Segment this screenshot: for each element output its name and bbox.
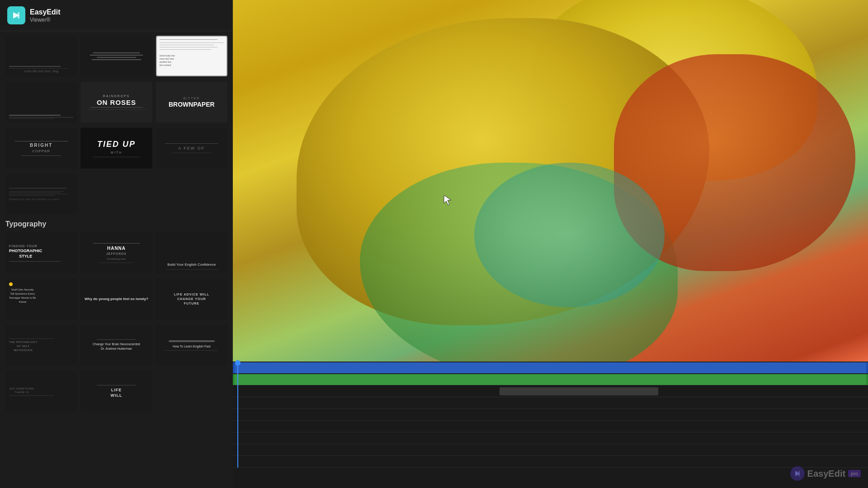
svg-rect-1 xyxy=(18,12,19,19)
typography-grid-1: FINDING YOUR PHOTOGRAPHICSTYLE HANNA JEF… xyxy=(5,233,227,273)
playhead-head xyxy=(235,360,241,366)
template-card-roses[interactable]: RAINDROPS ON ROSES xyxy=(80,82,152,122)
audio-bar xyxy=(233,374,868,385)
typo-card-hanna[interactable]: HANNA JEFFORDS Something here xyxy=(80,233,152,273)
typo-card-bottom1[interactable]: JAN SOMETHINGTHERE IS xyxy=(5,371,77,412)
playhead-line xyxy=(237,362,238,468)
timeline-empty-track-4[interactable] xyxy=(233,421,868,432)
template-card-para[interactable]: Paintings do walls and windows on choice xyxy=(5,174,77,215)
timeline-empty-track-7[interactable] xyxy=(233,456,868,468)
template-card-afew[interactable]: A FEW OF xyxy=(156,128,227,169)
app-logo-icon xyxy=(7,6,25,24)
timeline-empty-track-1[interactable] xyxy=(233,385,868,397)
templates-grid-3: BRIGHT COPPER TIEd UP WITH A FEW OF xyxy=(5,128,227,169)
typo-card-stuff[interactable]: Stuff Girls SecretlyTell Questions Every… xyxy=(5,279,77,319)
timeline-tracks xyxy=(233,362,868,468)
typo-card-bottom2[interactable]: LIFE WILL xyxy=(80,371,152,412)
empty-slot xyxy=(80,174,152,215)
typo-card-howlearn[interactable]: How To Learn English Fast xyxy=(156,325,227,366)
template-card-brown[interactable]: BITTER BROWNPAPER xyxy=(156,82,227,122)
timeline-area: EasyEdit pro xyxy=(233,361,868,488)
svg-rect-3 xyxy=(798,471,800,476)
right-panel: EasyEdit pro xyxy=(233,0,868,488)
typography-grid-3: THE PSYCHOLOGYOF SELFMOTIVATION Change Y… xyxy=(5,325,227,366)
section-typography-title: Typography xyxy=(5,220,227,228)
app-logo-text: EasyEdit Viewer® xyxy=(30,8,61,23)
timeline-empty-track-3[interactable] xyxy=(233,409,868,421)
timeline-audio-track[interactable] xyxy=(233,374,868,385)
empty-slot xyxy=(156,174,227,215)
overlay-bar xyxy=(500,387,658,395)
watermark-pro-badge: pro xyxy=(848,470,861,477)
typo-card-finding[interactable]: FINDING YOUR PHOTOGRAPHICSTYLE xyxy=(5,233,77,273)
timeline-empty-track-5[interactable] xyxy=(233,432,868,444)
shape-teal xyxy=(474,163,665,307)
app-name: EasyEdit xyxy=(30,8,61,16)
timeline-video-track[interactable] xyxy=(233,362,868,374)
app-header: EasyEdit Viewer® xyxy=(0,0,233,31)
template-card-bright[interactable]: BRIGHT COPPER xyxy=(5,128,77,169)
empty-slot xyxy=(156,371,227,412)
timeline-empty-track-6[interactable] xyxy=(233,444,868,456)
typo-card-psych[interactable]: THE PSYCHOLOGYOF SELFMOTIVATION xyxy=(5,325,77,366)
template-card[interactable] xyxy=(80,36,152,76)
preview-area xyxy=(233,0,868,361)
typo-card-brain[interactable]: Change Your Brain NeuroscientistDr. Andr… xyxy=(80,325,152,366)
template-card-tied[interactable]: TIEd UP WITH xyxy=(80,128,152,169)
video-bar xyxy=(233,362,868,373)
watermark-text: EasyEdit xyxy=(807,469,845,479)
templates-grid-top: some title text here. #tag xyxy=(5,36,227,76)
typo-card-why[interactable]: Why do young people feel so lonely? xyxy=(80,279,152,319)
typography-grid-4: JAN SOMETHINGTHERE IS LIFE WILL xyxy=(5,371,227,412)
templates-grid-2: RAINDROPS ON ROSES BITTER BROWNPAPER xyxy=(5,82,227,122)
typo-card-life[interactable]: LIFE ADVICE WILLCHANGE YOURFUTURE xyxy=(156,279,227,319)
watermark: EasyEdit pro xyxy=(790,466,861,481)
templates-grid-4: Paintings do walls and windows on choice xyxy=(5,174,227,215)
typo-card-english[interactable]: Build Your English Confidence xyxy=(156,233,227,273)
left-panel: EasyEdit Viewer® some title text here. #… xyxy=(0,0,233,488)
template-card[interactable] xyxy=(5,82,77,122)
timeline-empty-track-2[interactable] xyxy=(233,397,868,409)
typography-section-label: Typography xyxy=(5,220,227,228)
template-card-selected[interactable]: some body textmore text hereanother line… xyxy=(156,36,227,76)
typography-grid-2: Stuff Girls SecretlyTell Questions Every… xyxy=(5,279,227,319)
templates-panel[interactable]: some title text here. #tag xyxy=(0,31,233,488)
app-subtitle: Viewer® xyxy=(30,17,61,23)
watermark-logo-icon xyxy=(790,466,805,481)
template-card[interactable]: some title text here. #tag xyxy=(5,36,77,76)
